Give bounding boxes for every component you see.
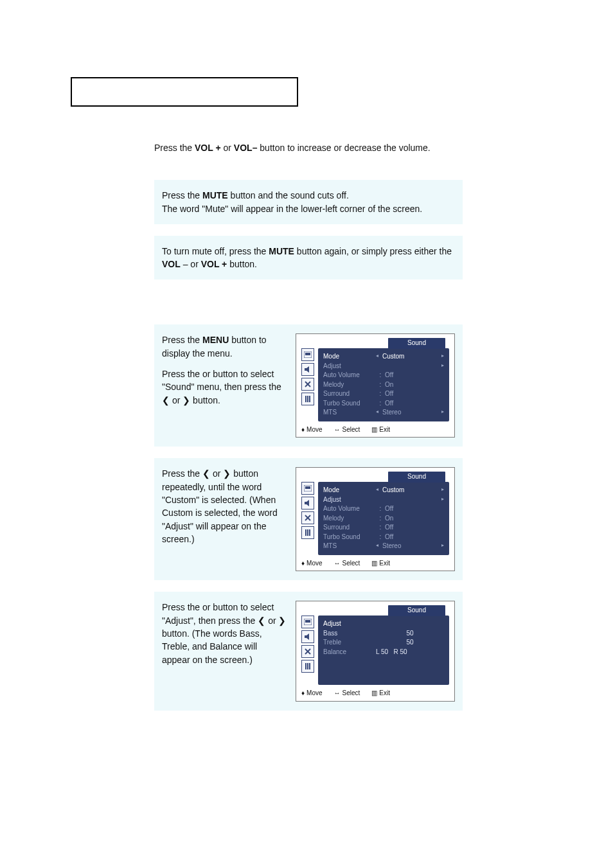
text: or bbox=[221, 143, 234, 153]
text: To turn mute off, press the bbox=[162, 246, 269, 256]
osd-item-label: Turbo Sound bbox=[323, 399, 376, 409]
leftright-icon: ↔ bbox=[334, 426, 341, 433]
channel-tab-icon bbox=[301, 378, 314, 391]
svg-rect-15 bbox=[309, 529, 310, 536]
picture-tab-icon bbox=[301, 616, 314, 628]
text: button again, or simply press either the bbox=[294, 246, 452, 256]
svg-rect-13 bbox=[305, 529, 306, 536]
osd-item-label: Treble bbox=[323, 638, 376, 648]
svg-rect-23 bbox=[309, 663, 310, 669]
osd-item-label: Mode bbox=[323, 486, 376, 495]
osd-item-value: Stereo bbox=[378, 542, 441, 551]
osd-sound-menu: Sound Mode◂Custom▸ Adjust▸ bbox=[296, 333, 455, 438]
osd-item-label: MTS bbox=[323, 408, 376, 418]
osd-footer-select: ↔Select bbox=[334, 559, 360, 569]
osd-item-label: Adjust bbox=[323, 362, 376, 371]
osd-footer-move: ♦Move bbox=[301, 689, 323, 698]
osd-item-label: Auto Volume bbox=[323, 371, 376, 380]
osd-title: Sound bbox=[388, 338, 445, 349]
osd-item-value: On bbox=[385, 380, 444, 390]
vol-minus-label: VOL– bbox=[234, 143, 258, 153]
leftright-icon: ↔ bbox=[334, 689, 341, 696]
section-title-box bbox=[71, 77, 298, 107]
updown-icon: ♦ bbox=[301, 560, 305, 567]
osd-category-tabs bbox=[301, 616, 314, 685]
osd-item-label: Auto Volume bbox=[323, 504, 376, 514]
setup-tab-icon bbox=[301, 660, 314, 673]
right-arrow-icon: ▸ bbox=[441, 352, 444, 362]
text: – or bbox=[181, 259, 201, 269]
osd-title: Sound bbox=[388, 605, 445, 616]
vol-label: VOL bbox=[162, 259, 181, 269]
osd-item-value: 50 bbox=[376, 638, 444, 648]
osd-item-label: Melody bbox=[323, 380, 376, 390]
svg-rect-17 bbox=[305, 620, 310, 623]
osd-item-value: Off bbox=[385, 523, 444, 533]
osd-footer-select: ↔Select bbox=[334, 689, 360, 698]
osd-item-label: Adjust bbox=[323, 495, 376, 505]
svg-rect-5 bbox=[305, 396, 306, 402]
mute-step-1: Press the MUTE button and the sound cuts… bbox=[154, 180, 463, 224]
sound-tab-icon bbox=[301, 630, 314, 643]
text: Press the or button to select "Sound" me… bbox=[162, 368, 287, 407]
right-arrow-icon: ▸ bbox=[441, 542, 444, 551]
svg-marker-2 bbox=[305, 366, 309, 373]
mute-button-label: MUTE bbox=[269, 246, 294, 256]
sound-step-3: Press the or button to select "Adjust", … bbox=[154, 592, 463, 711]
osd-item-value: On bbox=[385, 514, 444, 524]
text: Press the bbox=[162, 190, 202, 200]
right-arrow-icon: ▸ bbox=[441, 495, 444, 505]
svg-rect-21 bbox=[305, 663, 306, 669]
mute-step-2: To turn mute off, press the MUTE button … bbox=[154, 236, 463, 280]
osd-category-tabs bbox=[301, 348, 314, 421]
osd-item-value: Off bbox=[385, 371, 444, 380]
osd-item-value: Custom bbox=[378, 352, 441, 362]
leftright-icon: ↔ bbox=[334, 560, 341, 567]
sound-tab-icon bbox=[301, 497, 314, 509]
osd-item-value: Stereo bbox=[378, 408, 441, 418]
osd-footer-exit: ▥Exit bbox=[371, 689, 390, 698]
svg-rect-9 bbox=[305, 486, 310, 489]
picture-tab-icon bbox=[301, 348, 314, 361]
text: Press the bbox=[162, 335, 202, 345]
osd-item-label: Balance bbox=[323, 648, 376, 657]
sound-tab-icon bbox=[301, 363, 314, 376]
text: Press the ❮ or ❯ button repeatedly, unti… bbox=[162, 467, 287, 545]
text: button to increase or decrease the volum… bbox=[257, 143, 430, 153]
menu-button-label: MENU bbox=[202, 335, 229, 345]
osd-adjust-menu: Sound Adjust Bass50 Treble5 bbox=[296, 601, 455, 702]
right-arrow-icon: ▸ bbox=[441, 362, 444, 371]
right-arrow-icon: ▸ bbox=[441, 486, 444, 495]
osd-item-value: Off bbox=[385, 504, 444, 514]
osd-footer-move: ♦Move bbox=[301, 559, 323, 569]
osd-item-value: Off bbox=[385, 533, 444, 542]
volume-instruction: Press the VOL + or VOL– button to increa… bbox=[154, 141, 463, 154]
osd-footer-exit: ▥Exit bbox=[371, 559, 390, 569]
exit-icon: ▥ bbox=[371, 689, 377, 696]
channel-tab-icon bbox=[301, 645, 314, 658]
svg-rect-7 bbox=[309, 396, 310, 402]
sound-step-1: Press the MENU button to display the men… bbox=[154, 324, 463, 447]
osd-footer-select: ↔Select bbox=[334, 425, 360, 435]
text: button and the sound cuts off. bbox=[228, 190, 349, 200]
osd-item-label: Surround bbox=[323, 523, 376, 533]
osd-item-label: Turbo Sound bbox=[323, 533, 376, 542]
exit-icon: ▥ bbox=[371, 560, 377, 567]
text: button. bbox=[227, 259, 257, 269]
osd-item-value: L 50 R 50 bbox=[376, 648, 444, 657]
exit-icon: ▥ bbox=[371, 426, 377, 433]
svg-rect-6 bbox=[307, 396, 308, 402]
sound-step-2: Press the ❮ or ❯ button repeatedly, unti… bbox=[154, 458, 463, 580]
osd-sound-menu: Sound Mode◂Custom▸ Adjust▸ bbox=[296, 467, 455, 571]
osd-item-value: Off bbox=[385, 399, 444, 409]
vol-plus-label: VOL + bbox=[201, 259, 227, 269]
osd-heading: Adjust bbox=[323, 619, 376, 629]
osd-category-tabs bbox=[301, 482, 314, 555]
osd-item-label: Bass bbox=[323, 629, 376, 639]
updown-icon: ♦ bbox=[301, 426, 305, 433]
svg-rect-14 bbox=[307, 529, 308, 536]
text: Press the bbox=[154, 143, 195, 153]
setup-tab-icon bbox=[301, 526, 314, 539]
svg-rect-1 bbox=[305, 353, 310, 355]
channel-tab-icon bbox=[301, 511, 314, 524]
